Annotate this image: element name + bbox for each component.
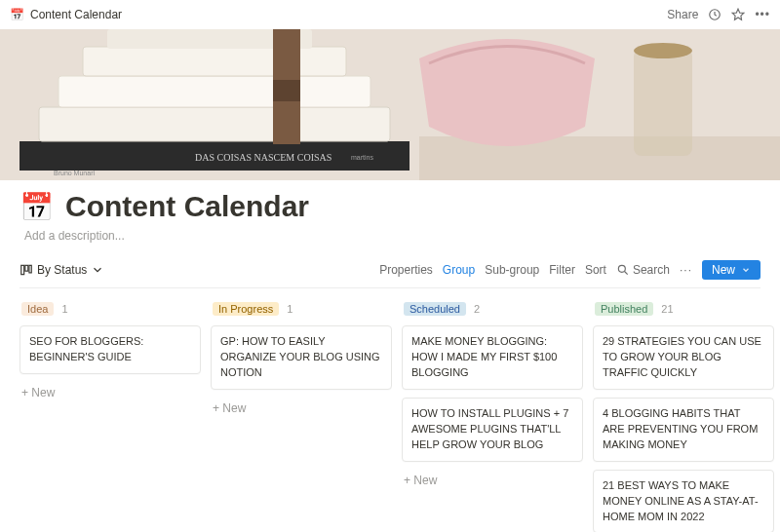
svg-rect-16 [21, 265, 24, 274]
status-tag: In Progress [213, 302, 279, 316]
svg-rect-4 [634, 49, 692, 156]
board: Idea1SEO FOR BLOGGERS: BEGINNER'S GUIDE+… [20, 302, 760, 532]
subgroup-button[interactable]: Sub-group [485, 263, 539, 277]
status-tag: Scheduled [404, 302, 466, 316]
view-name: By Status [37, 263, 87, 277]
page-title[interactable]: Content Calendar [65, 190, 309, 223]
page-icon[interactable]: 📅 [20, 191, 54, 223]
svg-point-5 [634, 43, 692, 58]
cover-image[interactable]: DAS COISAS NASCEM COISAS martins Bruno M… [0, 29, 780, 180]
column-count: 2 [474, 303, 480, 315]
add-card-button[interactable]: + New [402, 470, 583, 491]
board-card[interactable]: 4 BLOGGING HABITS THAT ARE PREVENTING YO… [593, 398, 774, 462]
svg-text:DAS COISAS NASCEM COISAS: DAS COISAS NASCEM COISAS [195, 152, 332, 163]
new-button[interactable]: New [702, 260, 760, 280]
search-button[interactable]: Search [616, 263, 670, 277]
filter-button[interactable]: Filter [549, 263, 575, 277]
chevron-down-icon [741, 265, 751, 275]
breadcrumb[interactable]: 📅 Content Calendar [10, 8, 122, 21]
status-tag: Idea [21, 302, 54, 316]
star-icon[interactable] [731, 8, 745, 21]
svg-marker-1 [733, 9, 745, 19]
page-title-breadcrumb: Content Calendar [30, 8, 122, 21]
svg-rect-11 [58, 76, 370, 107]
svg-rect-18 [29, 265, 31, 273]
board-column: Scheduled2MAKE MONEY BLOGGING: HOW I MAD… [402, 302, 583, 491]
more-icon[interactable]: ••• [755, 8, 770, 21]
board-column: In Progress1GP: HOW TO EASILY ORGANIZE Y… [211, 302, 392, 419]
column-header[interactable]: Scheduled2 [402, 302, 583, 316]
column-count: 21 [661, 303, 673, 315]
svg-rect-3 [419, 136, 780, 180]
sort-button[interactable]: Sort [585, 263, 606, 277]
page-icon-small: 📅 [10, 8, 24, 21]
column-count: 1 [61, 303, 67, 315]
status-tag: Published [595, 302, 653, 316]
svg-text:martins: martins [351, 154, 373, 161]
svg-rect-15 [273, 80, 300, 101]
description-placeholder[interactable]: Add a description... [24, 229, 760, 243]
board-card[interactable]: 29 STRATEGIES YOU CAN USE TO GROW YOUR B… [593, 325, 774, 390]
share-button[interactable]: Share [667, 8, 698, 21]
topbar: 📅 Content Calendar Share ••• [0, 0, 780, 29]
board-column: Idea1SEO FOR BLOGGERS: BEGINNER'S GUIDE+… [20, 302, 201, 403]
svg-text:Bruno Munari: Bruno Munari [54, 170, 95, 176]
view-more-icon[interactable]: ··· [680, 263, 692, 277]
board-card[interactable]: MAKE MONEY BLOGGING: HOW I MADE MY FIRST… [402, 325, 583, 390]
column-header[interactable]: In Progress1 [211, 302, 392, 316]
svg-rect-10 [39, 107, 390, 141]
properties-button[interactable]: Properties [379, 263, 433, 277]
board-card[interactable]: 21 BEST WAYS TO MAKE MONEY ONLINE AS A S… [593, 470, 774, 532]
svg-rect-12 [83, 47, 346, 76]
group-button[interactable]: Group [443, 263, 475, 277]
board-card[interactable]: SEO FOR BLOGGERS: BEGINNER'S GUIDE [20, 325, 201, 374]
add-card-button[interactable]: + New [211, 398, 392, 419]
clock-icon[interactable] [708, 8, 722, 21]
new-button-label: New [712, 263, 735, 277]
board-card[interactable]: GP: HOW TO EASILY ORGANIZE YOUR BLOG USI… [211, 325, 392, 390]
search-label: Search [633, 263, 670, 277]
board-column: Published2129 STRATEGIES YOU CAN USE TO … [593, 302, 774, 532]
view-selector[interactable]: By Status [20, 263, 104, 277]
svg-rect-17 [25, 265, 28, 271]
chevron-down-icon [91, 263, 104, 277]
board-card[interactable]: HOW TO INSTALL PLUGINS + 7 AWESOME PLUGI… [402, 398, 583, 462]
column-count: 1 [287, 303, 292, 315]
column-header[interactable]: Idea1 [20, 302, 201, 316]
add-card-button[interactable]: + New [20, 382, 201, 403]
column-header[interactable]: Published21 [593, 302, 774, 316]
svg-line-20 [625, 272, 628, 275]
search-icon [616, 263, 630, 277]
svg-point-19 [618, 265, 625, 272]
